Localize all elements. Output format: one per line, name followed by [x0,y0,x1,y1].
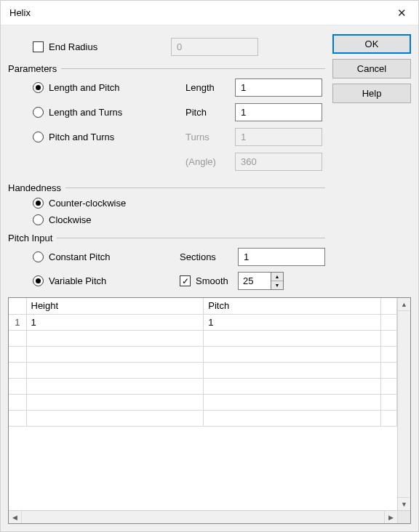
radio-label: Pitch and Turns [49,132,114,142]
cancel-button[interactable]: Cancel [332,59,411,78]
horizontal-scrollbar[interactable]: ◀ ▶ [9,510,410,523]
radio-icon [33,214,44,225]
scroll-corner [397,511,410,523]
radio-icon [33,132,44,142]
handedness-header: Handedness [8,182,325,193]
row-index: 1 [9,314,26,330]
table-row[interactable] [9,394,397,410]
table-row[interactable]: 1 1 1 [9,314,397,330]
col-height[interactable]: Height [26,298,204,314]
vertical-scrollbar[interactable]: ▲ ▼ [397,298,410,510]
spin-down-icon[interactable]: ▼ [271,281,283,289]
scroll-left-icon[interactable]: ◀ [9,511,22,523]
parameters-header: Parameters [8,63,325,74]
angle-input: 360 [235,153,322,171]
end-radius-checkbox[interactable]: End Radius [33,41,171,52]
scroll-right-icon[interactable]: ▶ [384,511,397,523]
radio-icon [33,107,44,118]
pitch-label: Pitch [185,107,229,118]
turns-input: 1 [235,128,322,146]
radio-clockwise[interactable]: Clockwise [33,214,325,225]
table-row[interactable] [9,346,397,362]
radio-variable-pitch[interactable]: Variable Pitch [33,275,174,286]
scroll-track[interactable] [398,311,410,497]
table-row[interactable] [9,378,397,394]
table-row[interactable] [9,362,397,378]
radio-pitch-and-turns[interactable]: Pitch and Turns [33,132,114,142]
smooth-label: Smooth [196,275,228,286]
divider [61,68,325,69]
radio-length-and-pitch[interactable]: Length and Pitch [33,82,120,93]
scroll-down-icon[interactable]: ▼ [398,497,410,510]
radio-label: Variable Pitch [49,275,106,286]
parameters-label: Parameters [8,63,57,74]
scroll-up-icon[interactable]: ▲ [398,298,410,311]
radio-icon [33,82,44,93]
radio-constant-pitch[interactable]: Constant Pitch [33,251,174,262]
close-button[interactable]: ✕ [385,1,418,25]
sections-label: Sections [180,251,232,262]
table-header-row: Height Pitch [9,298,397,314]
end-radius-label: End Radius [49,41,97,52]
radio-icon [33,198,44,209]
close-icon: ✕ [397,7,407,20]
spin-up-icon[interactable]: ▲ [271,273,283,281]
radio-length-and-turns[interactable]: Length and Turns [33,107,122,118]
col-pitch[interactable]: Pitch [204,298,381,314]
radio-icon [33,251,44,262]
scroll-track[interactable] [22,511,384,523]
pitch-input-field[interactable]: 1 [235,103,322,121]
smooth-value[interactable]: 25 [238,272,271,290]
radio-label: Counter-clockwise [49,198,126,209]
angle-label: (Angle) [185,156,229,167]
cell-height[interactable]: 1 [26,314,204,330]
radio-label: Constant Pitch [49,251,111,262]
checkbox-icon [33,41,44,52]
radio-icon [33,275,44,286]
col-blank [381,298,397,314]
length-input[interactable]: 1 [235,78,322,97]
pitch-input-label: Pitch Input [8,233,52,243]
smooth-spinner[interactable]: 25 ▲ ▼ [238,272,325,290]
radio-label: Clockwise [49,214,92,225]
ok-button[interactable]: OK [332,34,411,54]
titlebar: Helix ✕ [1,1,418,25]
smooth-checkbox[interactable]: ✓ Smooth [180,275,232,286]
end-radius-input: 0 [171,38,258,56]
radio-counter-clockwise[interactable]: Counter-clockwise [33,198,325,209]
row-header-blank [9,298,26,314]
client-area: End Radius 0 Parameters Length and Pitch… [1,25,418,531]
cell-pitch[interactable]: 1 [204,314,381,330]
divider [65,188,325,188]
pitch-table: Height Pitch 1 1 1 [8,297,411,524]
length-label: Length [185,82,229,93]
divider [57,238,325,238]
sections-input[interactable]: 1 [238,248,325,266]
window-title: Helix [9,7,31,18]
turns-label: Turns [185,132,229,142]
radio-label: Length and Pitch [49,82,120,93]
table-row[interactable] [9,410,397,426]
checkbox-icon: ✓ [180,275,191,286]
table-row[interactable] [9,330,397,346]
help-button[interactable]: Help [332,84,411,103]
handedness-label: Handedness [8,182,61,193]
helix-dialog: Helix ✕ End Radius 0 Parameters [0,0,419,532]
radio-label: Length and Turns [49,107,122,118]
pitch-input-header: Pitch Input [8,233,325,243]
